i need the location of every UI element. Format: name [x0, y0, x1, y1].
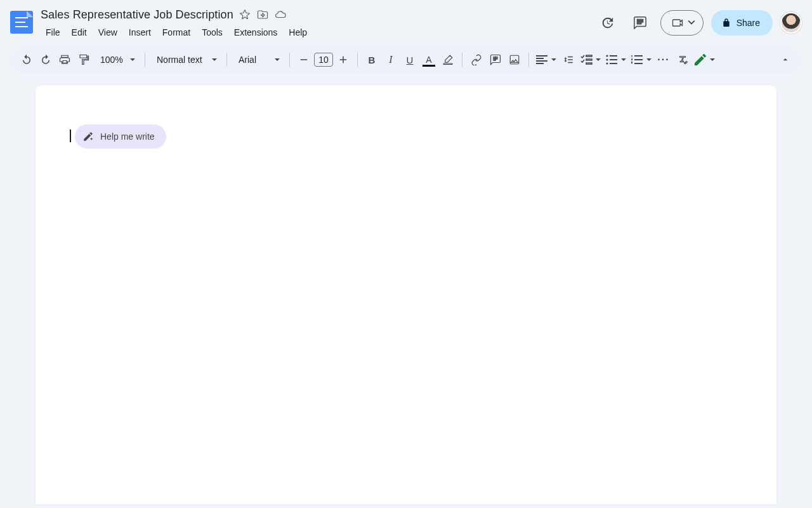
- paragraph-style-select[interactable]: Normal text: [150, 51, 221, 69]
- chevron-down-icon: [549, 51, 558, 69]
- toolbar-separator: [357, 53, 358, 67]
- toolbar-separator: [289, 53, 290, 67]
- docs-logo-fold: [27, 11, 33, 17]
- chevron-down-icon: [688, 17, 695, 29]
- zoom-select[interactable]: 100%: [94, 51, 140, 69]
- line-spacing-button[interactable]: [560, 51, 577, 69]
- menu-file[interactable]: File: [41, 25, 65, 40]
- title-row: Sales Representative Job Description: [41, 6, 594, 23]
- toolbar-separator: [528, 53, 529, 67]
- toolbar: 100% Normal text Arial 10 B I U A: [10, 46, 802, 74]
- document-page[interactable]: Help me write: [36, 85, 776, 504]
- comments-icon[interactable]: [627, 10, 653, 36]
- menu-bar: File Edit View Insert Format Tools Exten…: [41, 25, 594, 40]
- menu-insert[interactable]: Insert: [124, 25, 156, 40]
- avatar[interactable]: [780, 12, 802, 34]
- clear-formatting-button[interactable]: [674, 51, 691, 69]
- bold-button[interactable]: B: [363, 51, 381, 69]
- menu-tools[interactable]: Tools: [197, 25, 228, 40]
- magic-write-icon: [82, 131, 94, 142]
- menu-help[interactable]: Help: [284, 25, 312, 40]
- highlight-color-button[interactable]: [439, 51, 457, 69]
- star-icon[interactable]: [239, 8, 251, 21]
- editing-mode-button[interactable]: [693, 51, 717, 69]
- print-button[interactable]: [56, 51, 74, 69]
- chevron-down-icon: [594, 51, 603, 69]
- add-comment-button[interactable]: [487, 51, 504, 69]
- font-size-input[interactable]: 10: [314, 53, 333, 67]
- app-header: Sales Representative Job Description Fil…: [0, 0, 812, 41]
- font-size-group: 10: [295, 51, 352, 69]
- share-label: Share: [737, 18, 760, 28]
- document-canvas[interactable]: Help me write: [0, 85, 812, 504]
- italic-button[interactable]: I: [382, 51, 400, 69]
- chevron-down-icon: [211, 55, 218, 65]
- svg-point-1: [606, 58, 608, 60]
- more-button[interactable]: ···: [655, 51, 672, 69]
- chevron-down-icon: [645, 51, 653, 69]
- checklist-button[interactable]: [579, 51, 603, 69]
- paint-format-button[interactable]: [75, 51, 93, 69]
- toolbar-separator: [226, 53, 227, 67]
- collapse-toolbar-button[interactable]: [776, 51, 794, 69]
- chevron-down-icon: [129, 55, 136, 65]
- document-title[interactable]: Sales Representative Job Description: [41, 8, 233, 22]
- titlebar: Sales Representative Job Description Fil…: [41, 6, 594, 40]
- insert-link-button[interactable]: [468, 51, 485, 69]
- help-me-write-label: Help me write: [100, 131, 155, 142]
- paragraph-style-value: Normal text: [157, 55, 202, 65]
- menu-view[interactable]: View: [93, 25, 122, 40]
- svg-point-0: [606, 55, 608, 57]
- help-me-write-button[interactable]: Help me write: [75, 124, 166, 149]
- docs-logo-icon[interactable]: [10, 11, 33, 34]
- menu-extensions[interactable]: Extensions: [229, 25, 282, 40]
- pencil-icon: [695, 54, 706, 65]
- text-cursor: [70, 130, 71, 142]
- move-icon[interactable]: [256, 8, 269, 21]
- chevron-down-icon: [708, 51, 717, 69]
- svg-point-2: [606, 62, 608, 64]
- numbered-list-button[interactable]: [629, 51, 653, 69]
- last-edit-icon[interactable]: [594, 10, 620, 36]
- chevron-down-icon: [619, 51, 628, 69]
- meet-button[interactable]: [660, 10, 704, 36]
- align-button[interactable]: [534, 51, 558, 69]
- header-actions: Share: [594, 10, 802, 36]
- decrease-font-size-button[interactable]: [295, 51, 313, 69]
- font-family-value: Arial: [239, 55, 256, 65]
- font-family-select[interactable]: Arial: [232, 51, 284, 69]
- share-button[interactable]: Share: [711, 10, 773, 36]
- cloud-saved-icon[interactable]: [274, 8, 287, 21]
- toolbar-separator: [462, 53, 462, 67]
- toolbar-separator: [145, 53, 145, 67]
- zoom-value: 100%: [100, 55, 123, 65]
- redo-button[interactable]: [37, 51, 55, 69]
- chevron-down-icon: [274, 55, 280, 65]
- increase-font-size-button[interactable]: [334, 51, 352, 69]
- underline-button[interactable]: U: [401, 51, 419, 69]
- menu-format[interactable]: Format: [157, 25, 195, 40]
- insert-image-button[interactable]: [506, 51, 523, 69]
- undo-button[interactable]: [18, 51, 36, 69]
- text-color-button[interactable]: A: [420, 51, 438, 69]
- bulleted-list-button[interactable]: [604, 51, 628, 69]
- menu-edit[interactable]: Edit: [67, 25, 92, 40]
- text-color-swatch: [422, 65, 435, 67]
